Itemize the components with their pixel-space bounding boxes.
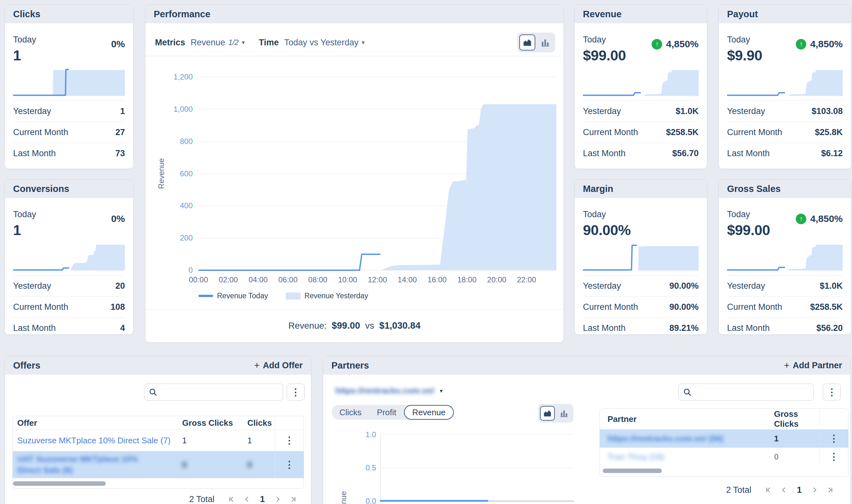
today-value: $99.00 bbox=[583, 47, 698, 64]
kebab-icon: ⋮ bbox=[829, 434, 839, 443]
partners-search bbox=[678, 383, 814, 400]
first-page-button[interactable] bbox=[224, 496, 239, 503]
stat-label: Last Month bbox=[13, 148, 56, 158]
offers-menu-button[interactable]: ⋮ bbox=[287, 383, 305, 400]
svg-text:06:00: 06:00 bbox=[278, 275, 298, 284]
offer-link[interactable]: Suzuverse MKTplace 10% Direct Sale (7) bbox=[13, 436, 178, 446]
change-value: 0% bbox=[111, 39, 125, 50]
stat-row: Yesterday1 bbox=[13, 101, 125, 122]
stat-value: 20 bbox=[116, 281, 125, 291]
partners-search-input[interactable] bbox=[695, 387, 809, 397]
row-menu-button[interactable]: ⋮ bbox=[275, 430, 304, 451]
line-chart-toggle-button[interactable] bbox=[540, 406, 555, 421]
stat-row: Current Month108 bbox=[13, 297, 125, 318]
stat-value: $56.20 bbox=[816, 323, 843, 333]
time-dropdown[interactable]: Today vs Yesterday ▾ bbox=[284, 38, 365, 48]
column-header-gross-clicks[interactable]: Gross Clicks bbox=[769, 409, 819, 429]
svg-text:600: 600 bbox=[180, 169, 193, 178]
row-menu-button[interactable]: ⋮ bbox=[819, 430, 848, 448]
summary-vs: vs bbox=[365, 321, 374, 331]
change-indicator: ↑ 4,850% bbox=[652, 39, 698, 50]
table-row[interactable]: Tran Thuy (18) 0 ⋮ bbox=[600, 448, 848, 466]
stat-value: $6.12 bbox=[821, 148, 843, 158]
svg-text:200: 200 bbox=[180, 233, 193, 242]
card-title: Margin bbox=[583, 184, 613, 194]
last-page-button[interactable] bbox=[285, 496, 301, 503]
partner-link[interactable]: Tran Thuy (18) bbox=[600, 452, 769, 462]
prev-page-button[interactable] bbox=[776, 486, 792, 493]
table-row-selected[interactable]: UAT Suzuverse MKTplace 10% Direct Sale (… bbox=[13, 451, 304, 478]
tab-revenue[interactable]: Revenue bbox=[404, 405, 454, 420]
partner-url-value: https://rentracks.com.vn/ bbox=[335, 386, 434, 396]
offers-search-input[interactable] bbox=[160, 387, 278, 397]
dashboard: Clicks Today ↑ 0% 1 Yesterday1 Current M… bbox=[0, 0, 852, 504]
svg-text:22:00: 22:00 bbox=[517, 275, 536, 284]
next-page-button[interactable] bbox=[270, 496, 285, 503]
kebab-icon: ⋮ bbox=[827, 388, 837, 397]
bar-chart-toggle-button[interactable] bbox=[557, 406, 571, 421]
metrics-dropdown[interactable]: Revenue 1/2 ▾ bbox=[191, 38, 245, 48]
horizontal-scrollbar-thumb[interactable] bbox=[13, 481, 106, 486]
plus-icon: + bbox=[784, 360, 790, 371]
kebab-icon: ⋮ bbox=[291, 388, 300, 397]
margin-card: Margin Today ↑ 90.00% Yesterday90.00% Cu… bbox=[574, 179, 707, 335]
next-page-button[interactable] bbox=[807, 486, 822, 493]
svg-text:Revenue: Revenue bbox=[157, 158, 165, 189]
area-chart-icon bbox=[543, 409, 552, 417]
add-offer-label: Add Offer bbox=[263, 361, 303, 371]
tab-clicks[interactable]: Clicks bbox=[332, 408, 369, 417]
gross-clicks-value: 1 bbox=[178, 436, 243, 446]
svg-text:20:00: 20:00 bbox=[487, 275, 506, 284]
horizontal-scrollbar-thumb[interactable] bbox=[603, 469, 662, 473]
performance-card: Performance Metrics Revenue 1/2 ▾ Time T… bbox=[145, 4, 564, 343]
row-menu-button[interactable]: ⋮ bbox=[275, 451, 304, 478]
line-chart-toggle-button[interactable] bbox=[519, 35, 535, 51]
first-page-button[interactable] bbox=[761, 486, 776, 493]
total-count: 2 Total bbox=[189, 494, 214, 504]
clicks-card-header: Clicks bbox=[5, 5, 133, 23]
stat-label: Current Month bbox=[583, 302, 638, 312]
bar-chart-toggle-button[interactable] bbox=[537, 35, 553, 51]
offer-link[interactable]: UAT Suzuverse MKTplace 10% Direct Sale (… bbox=[13, 453, 178, 476]
stat-label: Yesterday bbox=[727, 281, 765, 291]
row-menu-button[interactable]: ⋮ bbox=[819, 448, 848, 466]
table-row[interactable]: Suzuverse MKTplace 10% Direct Sale (7) 1… bbox=[13, 430, 304, 451]
partner-url-dropdown[interactable]: https://rentracks.com.vn/ ▾ bbox=[335, 386, 443, 396]
stat-label: Last Month bbox=[13, 323, 56, 333]
column-header-clicks[interactable]: Clicks bbox=[243, 418, 275, 428]
change-value: 4,850% bbox=[666, 39, 698, 50]
stat-label: Current Month bbox=[583, 127, 638, 137]
stat-row: Current Month27 bbox=[13, 122, 125, 143]
clicks-card: Clicks Today ↑ 0% 1 Yesterday1 Current M… bbox=[4, 4, 134, 169]
column-header-partner[interactable]: Partner bbox=[600, 414, 769, 424]
revenue-summary: Revenue: $99.00 vs $1,030.84 bbox=[145, 320, 564, 331]
up-arrow-icon: ↑ bbox=[796, 39, 806, 50]
stat-row: Last Month$56.20 bbox=[727, 318, 843, 335]
tab-profit[interactable]: Profit bbox=[369, 408, 404, 417]
chevron-down-icon: ▾ bbox=[362, 39, 365, 46]
kebab-icon: ⋮ bbox=[285, 436, 294, 445]
time-label: Time bbox=[259, 38, 279, 48]
current-page[interactable]: 1 bbox=[255, 494, 270, 504]
legend-label: Revenue Yesterday bbox=[304, 292, 368, 300]
table-row-selected[interactable]: https://rentracks.com.vn/ (56) 1 ⋮ bbox=[600, 430, 848, 448]
stat-label: Yesterday bbox=[13, 281, 51, 291]
gross-sales-sparkline bbox=[727, 242, 843, 271]
stat-value: 73 bbox=[116, 148, 125, 158]
column-header-offer[interactable]: Offer bbox=[13, 418, 178, 428]
chart-type-toggle bbox=[517, 33, 555, 52]
stat-value: 89.21% bbox=[669, 323, 698, 333]
last-page-button[interactable] bbox=[822, 486, 838, 493]
partner-link[interactable]: https://rentracks.com.vn/ (56) bbox=[600, 434, 769, 444]
current-page[interactable]: 1 bbox=[792, 485, 807, 495]
total-count: 2 Total bbox=[726, 485, 751, 495]
svg-text:1.0: 1.0 bbox=[366, 430, 376, 439]
add-offer-button[interactable]: + Add Offer bbox=[254, 360, 303, 371]
stat-label: Yesterday bbox=[13, 106, 51, 116]
add-partner-button[interactable]: + Add Partner bbox=[784, 360, 842, 371]
gross-clicks-value: 0 bbox=[178, 460, 243, 470]
column-header-gross-clicks[interactable]: Gross Clicks bbox=[178, 418, 243, 428]
prev-page-button[interactable] bbox=[239, 496, 255, 503]
partners-menu-button[interactable]: ⋮ bbox=[823, 383, 841, 400]
change-indicator: ↑ 4,850% bbox=[796, 213, 843, 224]
